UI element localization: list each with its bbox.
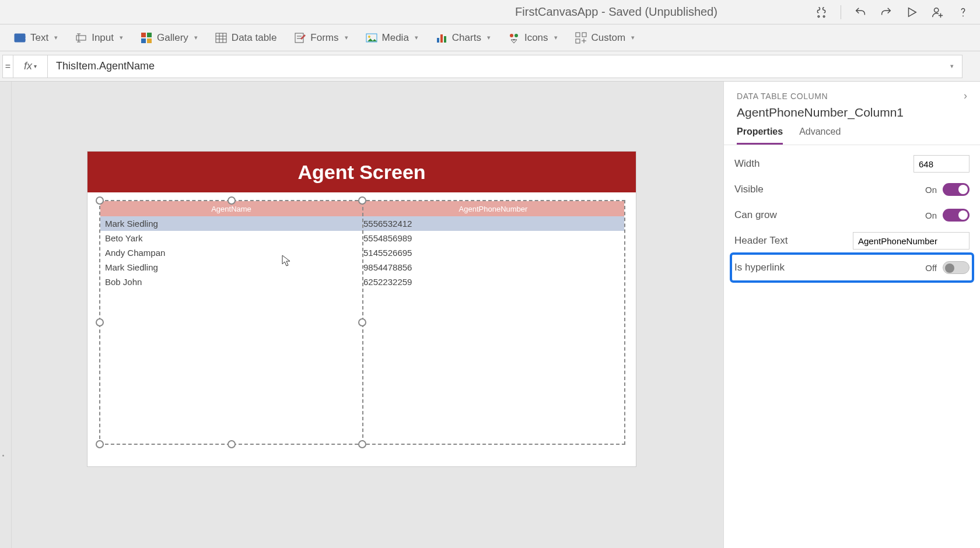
formula-text: ThisItem.AgentName [56,60,155,72]
ribbon-media[interactable]: Media▾ [366,32,418,44]
expand-formula-icon[interactable]: ▾ [950,62,954,70]
ribbon-charts[interactable]: Charts▾ [436,32,491,44]
chevron-down-icon: ▾ [54,34,58,41]
svg-point-1 [823,15,825,17]
visible-toggle[interactable] [943,183,970,196]
visible-state-text: On [925,185,937,195]
formula-bar: = fx ▾ ThisItem.AgentName ▾ [0,51,980,82]
prop-can-grow-label: Can grow [734,209,777,221]
icons-tool-icon [508,32,520,44]
svg-rect-10 [141,33,146,37]
data-table-control[interactable]: AgentName AgentPhoneNumber Mark Siedling… [99,200,625,445]
svg-rect-32 [582,33,586,37]
ribbon-text-label: Text [30,32,48,44]
ribbon-data-table-label: Data table [232,32,277,44]
svg-point-23 [368,36,370,38]
svg-rect-12 [141,38,146,43]
play-preview-icon[interactable] [903,3,921,21]
tab-properties[interactable]: Properties [737,127,783,145]
ribbon-custom[interactable]: Custom▾ [575,32,635,44]
is-hyperlink-toggle[interactable] [943,261,970,274]
ribbon-icons[interactable]: Icons▾ [508,32,558,44]
ribbon-text[interactable]: Abc Text▾ [14,32,58,44]
ribbon-input[interactable]: Input▾ [75,32,123,44]
header-text-input[interactable] [853,232,970,250]
prop-width-label: Width [734,158,760,170]
ribbon-media-label: Media [382,32,409,44]
cell-phone: 9854478856 [362,262,621,272]
app-checker-icon[interactable] [813,3,830,21]
chevron-down-icon: ▾ [194,34,198,41]
chevron-down-icon: ▾ [415,34,418,41]
resize-handle[interactable] [358,318,366,326]
cell-name: Bob John [104,277,362,287]
help-icon[interactable] [954,3,972,21]
ribbon-input-label: Input [92,32,114,44]
resize-handle[interactable] [358,196,366,205]
resize-handle[interactable] [96,196,104,205]
prop-is-hyperlink: Is hyperlink Off [732,255,972,280]
can-grow-toggle[interactable] [943,209,970,222]
title-bar: FirstCanvasApp - Saved (Unpublished) [0,0,980,24]
can-grow-state-text: On [925,210,937,220]
svg-rect-13 [147,38,152,43]
chevron-down-icon: ▾ [120,34,123,41]
chevron-down-icon: ▾ [487,34,491,41]
fx-label: fx [24,60,32,72]
svg-rect-14 [216,33,226,43]
undo-icon[interactable] [852,3,869,21]
cell-name: Beto Yark [104,233,362,243]
svg-rect-6 [76,36,86,40]
ribbon-gallery[interactable]: Gallery▾ [141,32,198,44]
width-input[interactable] [914,155,970,173]
screen-title-banner: Agent Screen [88,152,636,192]
ribbon-forms[interactable]: Forms▾ [294,32,348,44]
cell-phone: 5145526695 [362,248,621,258]
resize-handle[interactable] [358,440,366,448]
text-tool-icon: Abc [14,32,26,44]
media-tool-icon [366,32,377,44]
prop-header-text: Header Text [734,228,970,254]
svg-rect-33 [576,39,580,43]
design-canvas-area[interactable]: Agent Screen AgentName AgentPhoneNumber … [12,82,723,548]
svg-point-2 [934,8,938,12]
left-rail[interactable] [0,82,12,548]
redo-icon[interactable] [877,3,895,21]
formula-input[interactable]: ThisItem.AgentName ▾ [48,55,963,78]
custom-tool-icon [575,32,587,44]
separator [841,5,841,19]
insert-ribbon: Abc Text▾ Input▾ Gallery▾ Data table For… [0,24,980,51]
cell-name: Mark Siedling [104,262,362,272]
share-user-icon[interactable] [929,3,946,21]
chevron-down-icon: ▾ [34,63,37,69]
column-header-agentname[interactable]: AgentName [100,205,362,213]
panel-tabs: Properties Advanced [724,127,980,145]
chevron-right-icon[interactable]: › [964,90,967,102]
is-hyperlink-state-text: Off [925,263,937,273]
cell-phone: 6252232259 [362,277,621,287]
tab-advanced[interactable]: Advanced [799,127,841,145]
column-header-agentphone[interactable]: AgentPhoneNumber [362,205,624,213]
properties-panel: DATA TABLE COLUMN › AgentPhoneNumber_Col… [723,82,980,548]
input-tool-icon [75,32,87,44]
resize-handle[interactable] [96,318,104,326]
ribbon-gallery-label: Gallery [157,32,188,44]
prop-visible: Visible On [734,177,970,202]
resize-handle[interactable] [228,196,236,205]
resize-handle[interactable] [228,440,236,448]
ribbon-data-table[interactable]: Data table [215,32,277,44]
ribbon-charts-label: Charts [452,32,481,44]
svg-point-0 [818,15,820,17]
svg-rect-25 [440,34,443,43]
svg-text:Abc: Abc [17,35,26,41]
prop-width: Width [734,151,970,177]
resize-handle[interactable] [96,440,104,448]
ribbon-icons-label: Icons [524,32,548,44]
fx-dropdown[interactable]: fx ▾ [13,55,48,78]
app-title: FirstCanvasApp - Saved (Unpublished) [515,5,718,19]
prop-is-hyperlink-label: Is hyperlink [734,262,785,273]
svg-rect-11 [147,33,152,37]
ribbon-custom-label: Custom [592,32,626,44]
panel-section-label: DATA TABLE COLUMN [737,92,828,101]
cell-phone: 5554856989 [362,233,621,243]
